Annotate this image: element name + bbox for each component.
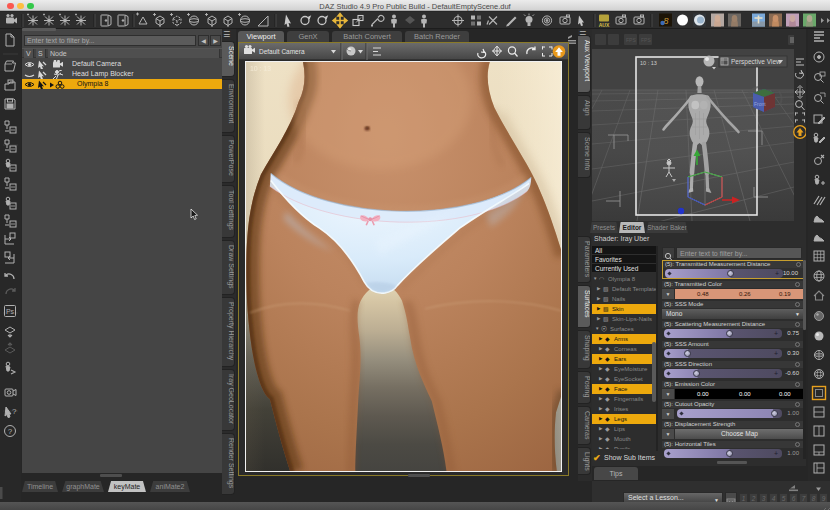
svg-text:FPS: FPS [641,37,651,43]
svg-text:Front: Front [754,101,766,107]
svg-text:Perspective View: Perspective View [731,58,781,66]
svg-text:10 : 13: 10 : 13 [640,60,657,66]
svg-text:AUX: AUX [599,22,610,28]
svg-text:Ps: Ps [6,308,15,315]
svg-text:FPS: FPS [626,37,636,43]
svg-text:?: ? [8,427,13,436]
svg-text:10 : 13: 10 : 13 [250,65,271,72]
svg-text:Default Camera: Default Camera [259,48,305,55]
svg-text:?: ? [12,407,17,416]
